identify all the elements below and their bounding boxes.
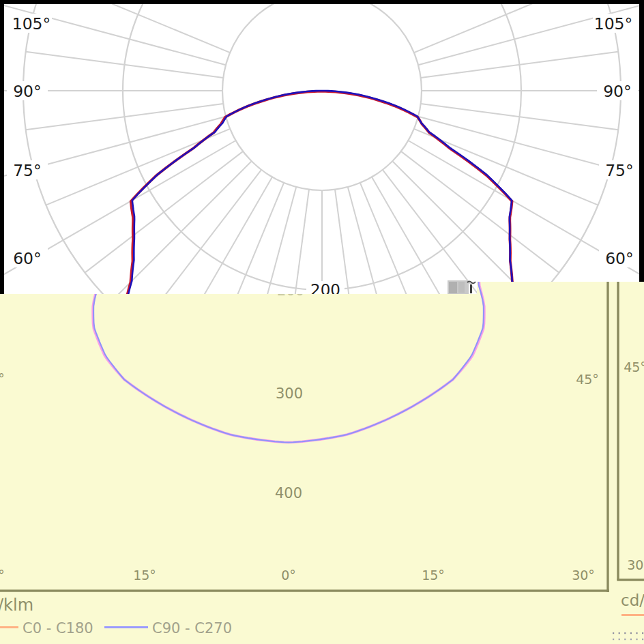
frame-left <box>0 0 4 294</box>
polar-angle-label: 75° <box>13 161 42 180</box>
legend: C0 - C180 C90 - C270 <box>0 616 644 643</box>
radial-tick-label: 200 <box>310 281 340 299</box>
frame-right <box>639 0 644 282</box>
polar-angle-label: 105° <box>594 14 633 33</box>
artifact-patch <box>449 282 457 293</box>
polar-angle-label: 60° <box>605 249 634 268</box>
render-artifact-icon <box>448 280 475 294</box>
white-chart-background <box>0 0 644 644</box>
polar-angle-label: 105° <box>12 14 51 33</box>
legend-line-c0 <box>0 626 18 628</box>
frame-top <box>0 0 644 4</box>
artifact-glyph-stem <box>470 284 472 293</box>
unit-caption-left: /klm <box>0 596 33 615</box>
polar-angle-label: 60° <box>13 249 42 268</box>
polar-angle-label: 75° <box>605 161 634 180</box>
polar-angle-label: 90° <box>13 82 42 101</box>
photometric-diagram-page: { "palette": { "page_bg": "#fafad2", "wh… <box>0 0 644 644</box>
legend-line-c90 <box>104 626 148 628</box>
white-polar-chart: 105°105°90°90°75°75°60°60°200 <box>0 0 644 644</box>
white-chart-area: 105°105°90°90°75°75°60°60°200 <box>0 0 644 644</box>
legend-label-c90: C90 - C270 <box>152 620 232 636</box>
legend-label-c0: C0 - C180 <box>23 620 93 636</box>
polar-angle-label: 90° <box>603 82 632 101</box>
unit-caption-right: cd/ <box>621 591 644 609</box>
artifact-patch <box>458 282 465 293</box>
